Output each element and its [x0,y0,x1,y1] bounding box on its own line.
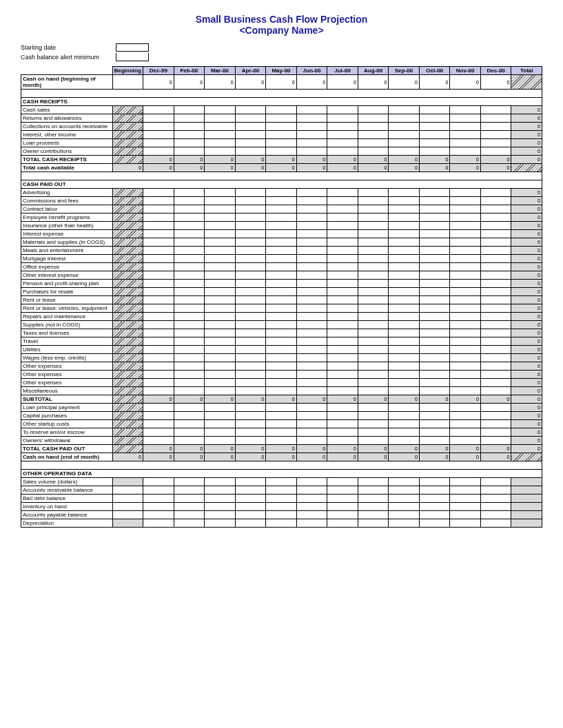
cell[interactable] [419,486,450,495]
cell[interactable] [235,296,266,304]
cell[interactable] [327,205,358,214]
cell[interactable] [266,205,297,214]
cell[interactable] [174,114,205,123]
cell[interactable] [419,238,450,247]
cell[interactable] [143,230,174,238]
cell[interactable] [143,371,174,379]
cell[interactable] [235,503,266,511]
cell[interactable] [143,263,174,271]
cell[interactable] [143,123,174,131]
cell[interactable] [112,197,143,205]
cell[interactable] [480,214,511,222]
cell[interactable]: 0 [174,75,205,90]
cell[interactable] [296,296,327,304]
cell[interactable] [205,362,236,371]
cell[interactable] [296,321,327,329]
cell[interactable]: 0 [235,453,266,461]
cell[interactable]: 0 [296,395,327,404]
cell[interactable] [327,230,358,238]
cell[interactable] [112,519,143,528]
cell[interactable] [419,214,450,222]
cell[interactable]: 0 [143,395,174,404]
cell[interactable] [235,337,266,346]
cell[interactable] [389,354,420,362]
cell[interactable] [174,478,205,486]
cell[interactable] [450,313,481,321]
cell[interactable] [205,437,236,445]
cell[interactable]: 0 [266,453,297,461]
cell[interactable] [235,478,266,486]
cell[interactable] [296,420,327,428]
cell[interactable] [266,346,297,354]
cell[interactable] [480,313,511,321]
cell[interactable] [419,379,450,387]
cell[interactable] [205,296,236,304]
cell[interactable] [450,486,481,495]
cell[interactable]: 0 [358,395,389,404]
cell[interactable] [450,288,481,296]
cell[interactable] [419,123,450,131]
cell[interactable] [143,189,174,197]
cell[interactable] [174,511,205,519]
cell[interactable] [112,495,143,503]
cell[interactable] [296,255,327,263]
cell[interactable] [112,313,143,321]
cell[interactable] [143,503,174,511]
cell[interactable] [112,247,143,255]
cell[interactable]: 0 [358,75,389,90]
cell[interactable] [296,495,327,503]
cell[interactable] [480,106,511,114]
cell[interactable] [266,255,297,263]
cell[interactable]: 0 [389,453,420,461]
cell[interactable] [174,288,205,296]
cell[interactable] [480,362,511,371]
cell[interactable]: 0 [235,164,266,172]
cell[interactable] [235,495,266,503]
cell[interactable] [419,428,450,437]
cell[interactable] [205,114,236,123]
cell[interactable] [389,114,420,123]
cell[interactable] [450,197,481,205]
cell[interactable] [480,346,511,354]
cell[interactable] [327,106,358,114]
cell[interactable] [419,503,450,511]
cell[interactable]: 0 [480,156,511,164]
cell[interactable] [112,280,143,288]
cell[interactable] [112,337,143,346]
cell[interactable] [358,346,389,354]
cell[interactable] [419,346,450,354]
cell[interactable] [450,205,481,214]
cell[interactable] [143,304,174,313]
cell[interactable] [296,288,327,296]
cell[interactable] [327,337,358,346]
cell[interactable] [450,296,481,304]
cell[interactable] [296,106,327,114]
cell[interactable] [327,296,358,304]
cell[interactable] [450,106,481,114]
cell[interactable] [266,404,297,412]
cell[interactable] [358,214,389,222]
cell[interactable] [419,519,450,528]
cell[interactable] [480,519,511,528]
cell[interactable] [296,238,327,247]
cell[interactable] [327,131,358,139]
cell[interactable] [419,511,450,519]
cell[interactable] [327,313,358,321]
cell[interactable] [480,412,511,420]
cell[interactable] [296,304,327,313]
cell[interactable] [174,362,205,371]
cell[interactable] [143,214,174,222]
cell[interactable] [266,495,297,503]
cell[interactable] [480,404,511,412]
cell[interactable] [450,214,481,222]
cell[interactable] [450,371,481,379]
cell[interactable] [266,263,297,271]
cell[interactable] [296,247,327,255]
cell[interactable] [358,139,389,147]
cell[interactable] [174,263,205,271]
cell[interactable] [205,147,236,156]
cell[interactable] [266,511,297,519]
cell[interactable] [389,486,420,495]
cell[interactable] [235,404,266,412]
cell[interactable] [235,271,266,280]
